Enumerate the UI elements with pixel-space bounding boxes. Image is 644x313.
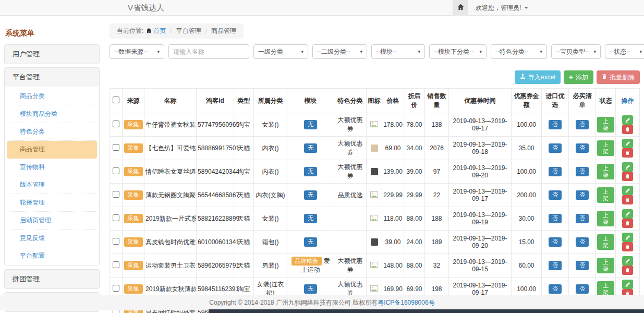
filter-select-status[interactable]: --状态--▾: [605, 44, 644, 59]
column-header-12: 优惠券金额: [512, 89, 542, 113]
filter-select-item-type[interactable]: --宝贝类型--▾: [551, 44, 601, 59]
imported-badge[interactable]: 否: [549, 143, 562, 152]
filter-name-input[interactable]: [168, 44, 249, 59]
must-buy-badge[interactable]: 否: [576, 284, 589, 293]
filter-select-module[interactable]: --模块--▾: [371, 44, 425, 59]
must-buy-badge[interactable]: 否: [576, 214, 589, 223]
import-excel-button[interactable]: 导入excel: [515, 70, 561, 84]
delete-button[interactable]: [622, 125, 633, 134]
filter-select-level2-category[interactable]: --二级分类--▾: [312, 44, 367, 59]
goods-name: 牛仔背带裤女秋装减龄...: [144, 113, 197, 137]
edit-button[interactable]: [622, 233, 633, 242]
chevron-down-icon: ▾: [479, 49, 482, 54]
goods-name: 情侣睡衣女夏丝绸男士...: [144, 160, 197, 184]
delete-button[interactable]: [622, 242, 633, 251]
plus-icon: +: [569, 74, 573, 81]
status-badge[interactable]: 上架: [597, 234, 614, 250]
edit-icon: [625, 141, 630, 146]
edit-button[interactable]: [622, 209, 633, 219]
icp-link[interactable]: 粤ICP备16098006号: [378, 298, 434, 307]
sidebar-section-platform-management[interactable]: 平台管理: [5, 68, 99, 87]
row-checkbox[interactable]: [113, 167, 119, 174]
breadcrumb-item-platform[interactable]: 平台管理: [176, 27, 201, 35]
goods-name: 2019新款一片式系...: [144, 207, 197, 231]
select-all-checkbox[interactable]: [113, 97, 119, 103]
imported-badge[interactable]: 否: [549, 284, 562, 293]
imported-badge[interactable]: 否: [549, 214, 562, 223]
must-buy-badge[interactable]: 否: [576, 237, 589, 246]
sidebar-item-version-management[interactable]: 版本管理: [7, 176, 97, 194]
sidebar-item-feature-category[interactable]: 特色分类: [7, 123, 97, 141]
status-badge[interactable]: 上架: [597, 211, 614, 226]
sidebar-item-feedback[interactable]: 意见反馈: [7, 230, 97, 247]
edit-button[interactable]: [622, 186, 633, 195]
must-buy-badge[interactable]: 否: [576, 167, 589, 176]
trash-icon: [625, 268, 630, 273]
status-badge[interactable]: 上架: [597, 187, 614, 203]
filter-select-data-source[interactable]: --数据来源--▾: [110, 44, 164, 59]
feature-category: 大额优惠券: [334, 137, 367, 160]
goods-name: 薄款无钢圈文胸聚拢性...: [144, 184, 197, 207]
edit-button[interactable]: [622, 115, 633, 125]
status-badge[interactable]: 上架: [597, 164, 614, 179]
edit-button[interactable]: [622, 139, 633, 148]
breadcrumb-item-goods[interactable]: 商品管理: [211, 27, 236, 35]
home-button[interactable]: [453, 0, 468, 16]
row-checkbox[interactable]: [113, 238, 119, 245]
sidebar-section-user-management[interactable]: 用户管理: [5, 45, 99, 64]
delete-button[interactable]: [622, 172, 633, 181]
delete-button[interactable]: [622, 148, 633, 158]
row-checkbox[interactable]: [113, 214, 119, 221]
imported-badge[interactable]: 否: [549, 261, 562, 270]
sidebar-item-module-goods-category[interactable]: 模块商品分类: [7, 105, 97, 123]
sidebar-panel-user-management: 用户管理: [4, 44, 100, 64]
edit-button[interactable]: [622, 280, 633, 289]
filter-select-module-subcategory[interactable]: --模块下分类--▾: [429, 44, 487, 59]
goods-table: 来源名称淘客id类型所属分类模块特色分类图标价格折后价销售数量优惠券时间优惠券金…: [110, 88, 640, 313]
status-badge[interactable]: 上架: [597, 140, 614, 156]
imported-badge[interactable]: 否: [549, 120, 562, 129]
sidebar-item-carousel-management[interactable]: 轮播管理: [7, 194, 97, 212]
goods-category: 女装(): [254, 207, 287, 231]
filter-select-feature-category[interactable]: --特色分类--▾: [491, 44, 547, 59]
status-badge[interactable]: 上架: [597, 258, 614, 273]
row-checkbox[interactable]: [113, 144, 119, 151]
sidebar-item-goods-category[interactable]: 商品分类: [7, 88, 97, 105]
delete-button[interactable]: [622, 195, 633, 204]
row-checkbox[interactable]: [113, 121, 119, 127]
coupon-time: 2019-09-13—2019-09-19: [449, 207, 512, 231]
must-buy-badge[interactable]: 否: [576, 261, 589, 270]
imported-badge[interactable]: 否: [549, 167, 562, 176]
breadcrumb-home-link[interactable]: 首页: [146, 27, 166, 35]
filter-row: --数据来源--▾一级分类▾--二级分类--▾--模块--▾--模块下分类--▾…: [110, 44, 640, 59]
filter-select-level1-category[interactable]: 一级分类▾: [253, 44, 308, 59]
coupon-amount: 100.00: [512, 113, 542, 137]
product-thumbnail: [371, 145, 378, 152]
user-menu[interactable]: 欢迎您，管理员!: [468, 0, 536, 16]
must-buy-badge[interactable]: 否: [576, 143, 589, 152]
row-checkbox[interactable]: [113, 285, 119, 292]
row-checkbox[interactable]: [113, 261, 119, 268]
sidebar-item-splash-management[interactable]: 启动页管理: [7, 212, 97, 230]
source-badge: 采集: [124, 167, 143, 176]
batch-delete-button[interactable]: 批量删除: [597, 70, 640, 84]
sidebar-item-goods-management[interactable]: 商品管理: [7, 141, 97, 159]
imported-badge[interactable]: 否: [549, 237, 562, 246]
add-button[interactable]: + 添加: [564, 70, 593, 84]
delete-button[interactable]: [622, 266, 633, 275]
status-badge[interactable]: 上架: [597, 117, 614, 133]
sidebar-section-group-buy-management[interactable]: 拼团管理: [5, 270, 99, 288]
must-buy-badge[interactable]: 否: [576, 120, 589, 129]
table-toolbar: 导入excel + 添加 批量删除: [110, 70, 640, 84]
edit-button[interactable]: [622, 256, 633, 266]
coupon-time: 2019-09-13—2019-09-17: [449, 113, 512, 137]
delete-button[interactable]: [622, 219, 633, 228]
main-content: 当前位置: 首页 / 平台管理 / 商品管理 --数据来源--▾一级分类▾--二…: [110, 23, 640, 313]
sidebar-item-promo-materials[interactable]: 宣传物料: [7, 159, 97, 176]
row-checkbox[interactable]: [113, 191, 119, 198]
must-buy-badge[interactable]: 否: [576, 190, 589, 199]
sidebar-item-platform-config[interactable]: 平台配置: [7, 247, 97, 264]
edit-button[interactable]: [622, 162, 633, 172]
imported-badge[interactable]: 否: [549, 190, 562, 199]
filter-select-label: --模块--: [376, 47, 397, 56]
